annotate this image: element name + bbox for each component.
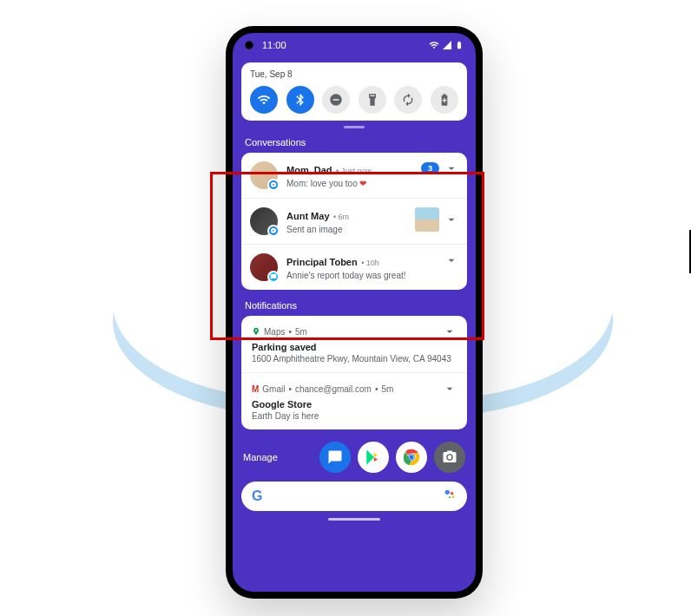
chevron-down-icon[interactable] <box>444 161 458 175</box>
phone-device: 11:00 Tue, Sep 8 <box>226 26 483 599</box>
notif-title: Parking saved <box>252 342 457 352</box>
drag-handle[interactable] <box>233 126 476 128</box>
camera-hole <box>245 41 253 49</box>
maps-pin-icon <box>252 327 260 336</box>
nav-handle[interactable] <box>233 516 476 524</box>
qs-flashlight-tile[interactable] <box>359 86 386 114</box>
svg-point-4 <box>445 490 450 495</box>
conversation-time: • 6m <box>333 213 349 221</box>
conversation-message: Sent an image <box>286 225 406 234</box>
statusbar: 11:00 <box>233 33 476 57</box>
messenger-badge-icon <box>267 225 280 237</box>
conversation-item[interactable]: Aunt May • 6m Sent an image <box>241 199 467 245</box>
battery-saver-icon <box>438 93 451 107</box>
notif-app-name: Maps <box>264 327 285 337</box>
qs-rotate-tile[interactable] <box>394 86 422 114</box>
svg-point-5 <box>451 492 453 495</box>
chevron-down-icon[interactable] <box>444 253 458 267</box>
flashlight-icon <box>365 93 379 107</box>
manage-button[interactable]: Manage <box>243 452 278 462</box>
svg-point-3 <box>410 455 414 460</box>
notifications-card: Maps • 5m Parking saved 1600 Amphitheatr… <box>241 316 467 429</box>
bluetooth-icon <box>293 93 307 107</box>
messages-badge-icon <box>267 271 280 283</box>
conversation-item[interactable]: Principal Toben • 10h Annie's report tod… <box>241 245 467 290</box>
avatar <box>250 207 278 235</box>
assistant-icon[interactable] <box>443 488 457 505</box>
conversation-time: • Just now <box>336 167 372 175</box>
qs-bluetooth-tile[interactable] <box>286 86 314 114</box>
dnd-icon <box>329 93 343 107</box>
notification-item[interactable]: Maps • 5m Parking saved 1600 Amphitheatr… <box>241 316 467 373</box>
conversation-item[interactable]: Mom, Dad • Just now Mom: love you too ❤ … <box>241 153 467 199</box>
notification-item[interactable]: M Gmail • chance@gmail.com • 5m Google S… <box>241 373 467 429</box>
wifi-icon <box>429 40 439 50</box>
camera-app-icon[interactable] <box>434 442 465 473</box>
rotate-icon <box>401 93 415 107</box>
conversation-title: Aunt May <box>286 211 330 221</box>
chrome-app-icon[interactable] <box>396 442 427 473</box>
conversation-message: Mom: love you too ❤ <box>286 179 412 188</box>
chevron-down-icon[interactable] <box>443 382 457 396</box>
play-store-app-icon[interactable] <box>358 442 389 473</box>
notif-body: Earth Day is here <box>252 411 457 421</box>
statusbar-time: 11:00 <box>262 40 286 50</box>
dock-row: Manage <box>233 436 476 478</box>
heart-icon: ❤ <box>359 179 366 188</box>
notif-time: 5m <box>295 327 307 337</box>
notif-body: 1600 Amphitheatre Pkwy, Mountain View, C… <box>252 354 457 364</box>
messages-app-icon[interactable] <box>319 442 351 473</box>
gmail-icon: M <box>252 384 259 394</box>
wifi-icon <box>257 93 271 107</box>
notif-time: 5m <box>381 384 393 394</box>
unread-count-badge: 3 <box>421 162 439 174</box>
avatar <box>250 161 278 189</box>
qs-wifi-tile[interactable] <box>250 86 278 114</box>
qs-battery-tile[interactable] <box>431 86 458 114</box>
conversations-header: Conversations <box>233 134 476 153</box>
chevron-down-icon[interactable] <box>443 324 457 338</box>
quick-settings-panel: Tue, Sep 8 <box>241 62 467 121</box>
qs-dnd-tile[interactable] <box>322 86 350 114</box>
messenger-badge-icon <box>267 179 280 191</box>
phone-screen: 11:00 Tue, Sep 8 <box>233 33 476 592</box>
conversation-title: Principal Toben <box>286 257 358 267</box>
notif-app-name: Gmail <box>262 384 285 394</box>
qs-date: Tue, Sep 8 <box>250 69 458 79</box>
svg-point-6 <box>452 495 455 498</box>
image-thumbnail <box>415 207 439 232</box>
google-logo-icon: G <box>252 488 262 504</box>
conversation-message: Annie's report today was great! <box>286 271 436 280</box>
conversation-title: Mom, Dad <box>286 165 332 175</box>
search-bar[interactable]: G <box>241 482 467 511</box>
avatar <box>250 253 278 281</box>
svg-point-7 <box>449 496 451 498</box>
battery-icon <box>455 40 464 50</box>
notif-meta: chance@gmail.com <box>295 384 372 394</box>
notif-title: Google Store <box>252 399 457 410</box>
signal-icon <box>442 40 452 50</box>
conversations-card: Mom, Dad • Just now Mom: love you too ❤ … <box>241 153 467 290</box>
conversation-time: • 10h <box>361 259 379 267</box>
notifications-header: Notifications <box>233 297 476 316</box>
chevron-down-icon[interactable] <box>444 213 458 226</box>
